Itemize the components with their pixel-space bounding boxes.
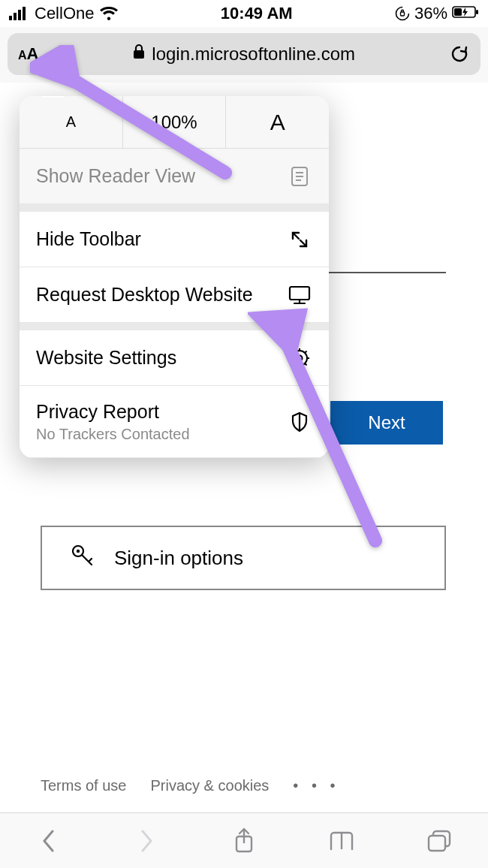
battery-percent: 36%: [414, 4, 447, 23]
footer-more[interactable]: • • •: [293, 777, 339, 794]
key-icon: [69, 542, 96, 574]
share-button[interactable]: [221, 823, 267, 859]
reader-view-row: Show Reader View: [20, 149, 329, 204]
page-footer: Terms of use Privacy & cookies • • •: [41, 777, 339, 794]
svg-line-29: [305, 363, 307, 365]
svg-rect-1: [14, 13, 17, 20]
hide-toolbar-row[interactable]: Hide Toolbar: [20, 212, 329, 267]
privacy-report-sub: No Trackers Contacted: [36, 426, 190, 443]
menu-separator: [20, 204, 329, 212]
svg-rect-0: [9, 16, 12, 20]
next-button[interactable]: Next: [330, 401, 443, 445]
aa-small: A: [18, 49, 27, 62]
svg-rect-2: [18, 10, 21, 20]
svg-line-28: [293, 351, 295, 353]
request-desktop-label: Request Desktop Website: [36, 284, 253, 306]
popup-pointer: [41, 96, 65, 98]
forward-button: [124, 823, 169, 859]
zoom-out-button[interactable]: A: [20, 96, 122, 148]
tabs-button[interactable]: [417, 823, 462, 859]
menu-separator: [20, 323, 329, 330]
svg-rect-9: [134, 50, 144, 59]
zoom-value[interactable]: 100%: [122, 96, 226, 148]
privacy-report-row[interactable]: Privacy Report No Trackers Contacted: [20, 386, 329, 458]
url-display[interactable]: login.microsoftonline.com: [46, 44, 441, 65]
input-underline: [323, 272, 446, 273]
zoom-in-button[interactable]: A: [225, 96, 329, 148]
zoom-control-row: A 100% A: [20, 96, 329, 149]
hide-toolbar-label: Hide Toolbar: [36, 228, 141, 250]
shield-icon: [287, 411, 312, 432]
reader-icon: [287, 166, 312, 187]
aa-popup-menu: A 100% A Show Reader View Hide Toolbar R…: [20, 96, 329, 458]
svg-rect-3: [23, 7, 26, 20]
gear-icon: [287, 348, 312, 369]
status-bar: CellOne 10:49 AM 36%: [0, 0, 488, 27]
url-text: login.microsoftonline.com: [152, 44, 355, 65]
clock-label: 10:49 AM: [221, 4, 293, 23]
signin-options-button[interactable]: Sign-in options: [41, 526, 446, 590]
svg-rect-8: [454, 8, 462, 16]
svg-rect-19: [290, 287, 309, 300]
expand-icon: [287, 230, 312, 249]
svg-rect-5: [400, 12, 404, 16]
website-settings-row[interactable]: Website Settings: [20, 330, 329, 386]
svg-point-4: [396, 8, 408, 20]
aa-large: A: [27, 44, 39, 64]
signal-icon: [9, 7, 29, 20]
safari-toolbar: [0, 812, 488, 868]
svg-line-30: [293, 363, 295, 365]
website-settings-label: Website Settings: [36, 347, 176, 369]
rotation-lock-icon: [395, 6, 410, 21]
request-desktop-row[interactable]: Request Desktop Website: [20, 267, 329, 323]
next-button-label: Next: [368, 412, 405, 433]
svg-point-23: [297, 355, 303, 360]
bookmarks-button[interactable]: [319, 823, 364, 859]
battery-charging-icon: [452, 4, 479, 23]
privacy-report-label: Privacy Report: [36, 401, 190, 423]
svg-line-31: [305, 351, 307, 353]
desktop-icon: [287, 285, 312, 305]
terms-link[interactable]: Terms of use: [41, 777, 126, 794]
signin-options-label: Sign-in options: [114, 547, 243, 570]
lock-icon: [132, 44, 146, 65]
address-bar[interactable]: AA login.microsoftonline.com: [8, 33, 480, 75]
back-button[interactable]: [26, 823, 71, 859]
svg-rect-7: [476, 10, 478, 14]
carrier-label: CellOne: [35, 4, 94, 23]
reader-view-label: Show Reader View: [36, 165, 195, 187]
svg-point-11: [77, 549, 80, 552]
address-bar-container: AA login.microsoftonline.com: [0, 27, 488, 83]
svg-rect-14: [429, 836, 445, 851]
reload-button[interactable]: [449, 44, 470, 65]
wifi-icon: [100, 7, 118, 20]
privacy-link[interactable]: Privacy & cookies: [150, 777, 269, 794]
text-size-button[interactable]: AA: [18, 44, 38, 64]
